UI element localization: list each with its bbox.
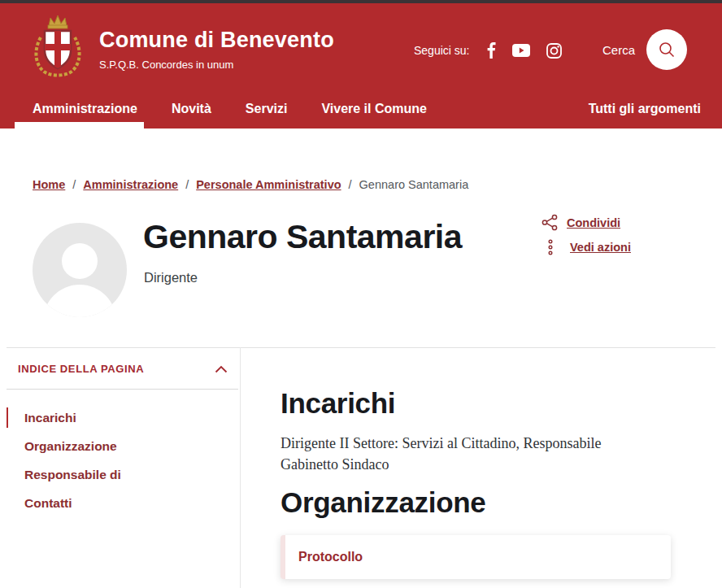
hero-actions: Condividi Vedi azioni [542, 214, 631, 256]
facebook-icon[interactable] [487, 42, 496, 59]
breadcrumb-separator: / [349, 178, 352, 191]
sidebar-divider [240, 347, 241, 588]
index-item-contatti[interactable]: Contatti [0, 489, 240, 517]
breadcrumb-separator: / [185, 178, 189, 191]
site-header: Comune di Benevento S.P.Q.B. Concordes i… [0, 3, 722, 128]
profile-role: Dirigente [144, 270, 198, 285]
section-divider [7, 347, 715, 348]
site-motto: S.P.Q.B. Concordes in unum [99, 59, 334, 71]
page-index-nav: Incarichi Organizzazione Responsabile di… [0, 403, 240, 517]
breadcrumb-amministrazione[interactable]: Amministrazione [83, 178, 178, 191]
nav-item-amministrazione[interactable]: Amministrazione [33, 102, 137, 116]
nav-item-vivere-il-comune[interactable]: Vivere il Comune [321, 102, 427, 116]
active-nav-indicator [15, 122, 144, 128]
index-item-organizzazione[interactable]: Organizzazione [0, 432, 240, 460]
avatar-head-shape [62, 243, 98, 279]
youtube-icon[interactable] [512, 44, 530, 57]
follow-label: Seguici su: [414, 44, 469, 57]
avatar [33, 223, 127, 317]
comune-coat-of-arms-logo[interactable] [33, 13, 83, 83]
page: Comune di Benevento S.P.Q.B. Concordes i… [0, 0, 722, 588]
page-index-title: INDICE DELLA PAGINA [18, 363, 144, 375]
main-nav: Amministrazione Novità Servizi Vivere il… [0, 89, 722, 128]
breadcrumb: Home / Amministrazione / Personale Ammin… [33, 178, 468, 191]
follow-block: Seguici su: [414, 42, 562, 59]
breadcrumb-current: Gennaro Santamaria [359, 178, 469, 191]
organizzazione-card-protocollo[interactable]: Protocollo [281, 535, 671, 579]
index-item-incarichi[interactable]: Incarichi [0, 403, 240, 432]
breadcrumb-personale-amministrativo[interactable]: Personale Amministrativo [196, 178, 341, 191]
instagram-icon[interactable] [546, 43, 562, 59]
share-label: Condividi [567, 216, 620, 229]
all-topics-link[interactable]: Tutti gli argomenti [589, 89, 701, 128]
more-actions-label: Vedi azioni [570, 241, 631, 254]
search-button[interactable] [646, 29, 687, 70]
site-title[interactable]: Comune di Benevento [99, 28, 334, 53]
search-icon [658, 41, 676, 59]
page-index-header[interactable]: INDICE DELLA PAGINA [18, 363, 228, 375]
breadcrumb-home[interactable]: Home [33, 178, 65, 191]
incarichi-heading: Incarichi [281, 387, 395, 420]
share-icon [542, 214, 559, 231]
search-area: Cerca [602, 29, 687, 70]
page-title: Gennaro Santamaria [143, 218, 462, 256]
brand-block: Comune di Benevento S.P.Q.B. Concordes i… [99, 28, 334, 71]
search-label: Cerca [602, 43, 635, 57]
social-icons [487, 42, 562, 59]
avatar-shoulders-shape [43, 285, 116, 317]
organizzazione-heading: Organizzazione [281, 486, 486, 519]
index-item-responsabile-di[interactable]: Responsabile di [0, 460, 240, 489]
chevron-up-icon [215, 365, 228, 373]
incarichi-body: Dirigente II Settore: Servizi al Cittadi… [281, 433, 622, 475]
share-button[interactable]: Condividi [542, 214, 631, 231]
page-index-divider [7, 389, 238, 390]
kebab-menu-icon [545, 238, 562, 256]
breadcrumb-separator: / [72, 178, 76, 191]
nav-item-novita[interactable]: Novità [172, 102, 211, 116]
nav-item-servizi[interactable]: Servizi [246, 102, 288, 116]
more-actions-button[interactable]: Vedi azioni [542, 238, 631, 256]
organizzazione-card-label: Protocollo [285, 550, 363, 564]
